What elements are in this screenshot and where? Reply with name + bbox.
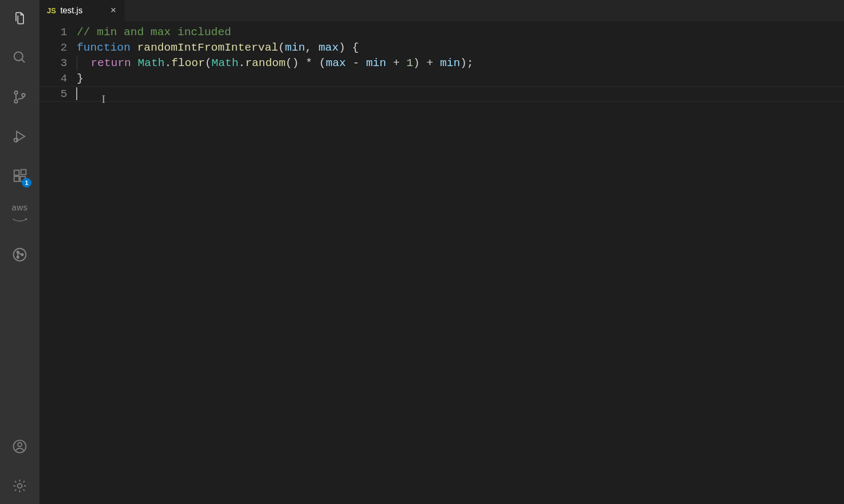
tab-bar: JS test.js × — [39, 0, 844, 21]
line-number: 4 — [39, 71, 67, 86]
svg-point-2 — [14, 91, 18, 94]
main-area: JS test.js × 1 2 3 4 5 // min and max in… — [39, 0, 844, 504]
text-cursor — [76, 87, 77, 100]
aws-icon[interactable]: aws — [7, 202, 33, 228]
line-number: 1 — [39, 25, 67, 40]
search-icon[interactable] — [7, 45, 33, 70]
extensions-badge: 1 — [22, 178, 31, 188]
code-area[interactable]: // min and max included function randomI… — [77, 25, 844, 504]
run-debug-icon[interactable] — [7, 124, 33, 149]
explorer-icon[interactable] — [7, 5, 33, 31]
activity-bar-bottom — [7, 434, 33, 499]
settings-icon[interactable] — [7, 473, 33, 499]
svg-point-0 — [14, 52, 23, 61]
extensions-icon[interactable]: 1 — [7, 163, 33, 189]
svg-line-8 — [14, 139, 15, 139]
close-icon[interactable]: × — [108, 5, 118, 17]
svg-rect-13 — [21, 169, 26, 174]
svg-rect-11 — [14, 176, 19, 181]
account-icon[interactable] — [7, 434, 33, 459]
svg-rect-10 — [14, 170, 19, 175]
svg-point-3 — [14, 100, 18, 103]
code-line-5[interactable]: I — [77, 86, 844, 102]
svg-point-16 — [17, 256, 19, 258]
svg-point-19 — [18, 443, 21, 446]
tab-label: test.js — [60, 6, 83, 15]
js-file-icon: JS — [47, 6, 56, 15]
activity-bar: 1 aws — [0, 0, 39, 504]
mouse-ibeam-icon: I — [102, 92, 106, 107]
aws-label: aws — [12, 203, 28, 213]
code-line-4[interactable]: } — [77, 71, 844, 86]
svg-point-14 — [13, 248, 26, 261]
tab-test-js[interactable]: JS test.js × — [39, 0, 125, 21]
code-line-1[interactable]: // min and max included — [77, 25, 844, 40]
source-control-icon[interactable] — [7, 84, 33, 110]
line-number: 3 — [39, 55, 67, 71]
svg-line-1 — [22, 60, 25, 63]
svg-line-9 — [17, 139, 18, 139]
git-graph-icon[interactable] — [7, 242, 33, 267]
code-line-3[interactable]: return Math.floor(Math.random() * (max -… — [77, 55, 844, 71]
line-number: 2 — [39, 40, 67, 55]
activity-bar-top: 1 aws — [7, 5, 33, 267]
line-number: 5 — [39, 86, 67, 102]
svg-point-20 — [18, 484, 22, 488]
svg-point-4 — [22, 94, 25, 97]
editor[interactable]: 1 2 3 4 5 // min and max included functi… — [39, 21, 844, 504]
code-line-2[interactable]: function randomIntFromInterval(min, max)… — [77, 40, 844, 55]
gutter: 1 2 3 4 5 — [39, 25, 77, 504]
